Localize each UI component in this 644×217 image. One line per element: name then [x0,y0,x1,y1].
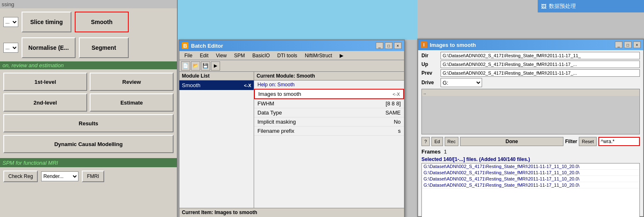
menu-dti[interactable]: DTI tools [274,52,301,59]
prev-row: Prev G:\Dataset\ADNI\002_S_4171\Resting_… [421,69,640,77]
implicit-masking-row[interactable]: Implicit masking No [254,117,404,127]
frames-label: Frames [421,149,441,155]
dcm-button[interactable]: Dynamic Causal Modelling [3,135,174,153]
chinese-title-icon: 🖼 [541,3,546,10]
maximize-button[interactable]: □ [385,42,392,49]
menu-file[interactable]: File [181,52,196,59]
menu-view[interactable]: View [213,52,230,59]
first-level-button[interactable]: 1st-level [3,73,87,91]
prefix-label: Filename prefix [257,128,294,134]
reset-btn[interactable]: Reset [579,137,597,146]
drive-row: Drive G: [421,78,640,87]
review-button[interactable]: Review [90,73,174,91]
images-window-icon: I [421,41,427,48]
chinese-window-title: 🖼 数据预处理 [538,0,644,12]
section-label: on, review and estimation [0,61,177,69]
images-bottom-toolbar: ? Ed Rec Done Filter Reset [421,136,640,147]
menu-arrow[interactable]: ▶ [336,52,347,59]
prev-label: Prev [421,70,438,76]
batch-editor-toolbar: 📄 📂 💾 ▶ [179,60,404,72]
slice-timing-button[interactable]: Slice timing [22,12,71,32]
module-smooth[interactable]: Smooth <-X [179,80,254,90]
current-module: Current Module: Smooth Help on: Smooth I… [254,72,404,208]
file-entry-3[interactable]: G:\Dataset\ADNI\002_S_4171\Resting_State… [422,182,639,188]
second-level-button[interactable]: 2nd-level [3,93,87,112]
file-entry-2[interactable]: G:\Dataset\ADNI\002_S_4171\Resting_State… [422,176,639,182]
file-entry-0[interactable]: G:\Dataset\ADNI\002_S_4171\Resting_State… [422,163,639,170]
module-list-header: Module List [179,72,254,80]
dotdot-item[interactable]: .. [422,89,639,96]
save-file-icon[interactable]: 💾 [201,61,210,71]
batch-body: Module List Smooth <-X Current Module: S… [179,72,404,208]
images-window-controls: _ □ × [615,41,641,48]
filter-label: Filter [565,139,577,144]
menu-edit[interactable]: Edit [196,52,212,59]
drive-select[interactable]: G: [441,78,482,87]
minimize-button[interactable]: _ [376,42,383,49]
done-btn[interactable]: Done [460,137,563,146]
toolbar-row-2: ... Normalise (E... Segment [0,36,177,60]
current-module-header: Current Module: Smooth [254,72,404,80]
check-reg-button[interactable]: Check Reg [3,171,38,182]
batch-editor-titlebar: B Batch Editor _ □ × [179,40,404,51]
drive-label: Drive [421,80,438,85]
background-sky [178,0,417,39]
fmri-button[interactable]: FMRI [82,171,104,182]
left-panel: ssing ... Slice timing Smooth ... Normal… [0,0,178,217]
batch-editor-title: Batch Editor [191,43,223,49]
question-btn[interactable]: ? [421,137,430,146]
selected-info: Selected 140/[1-...] files. (Added 140/1… [421,156,640,162]
smooth-button[interactable]: Smooth [75,12,129,32]
menu-spm[interactable]: SPM [231,52,248,59]
results-button[interactable]: Results [3,114,174,132]
fwhm-row[interactable]: FWHM [8 8 8] [254,99,404,108]
data-type-row[interactable]: Data Type SAME [254,108,404,117]
normalise-button[interactable]: Normalise (E... [22,37,76,58]
panel-top-label: ssing [0,0,177,8]
new-file-icon[interactable]: 📄 [181,61,190,71]
batch-editor-menubar: File Edit View SPM BasicIO DTI tools Nif… [179,51,404,60]
current-item-section: Current Item: Images to smooth [179,208,404,217]
fwhm-value: [8 8 8] [386,100,401,107]
frames-value: 1 [444,149,447,155]
render-dropdown[interactable]: Render... [41,171,78,181]
images-label: Images to smooth [258,91,301,97]
menu-nifti[interactable]: NiftiMrStruct [301,52,335,59]
file-list-area: .. [421,89,640,134]
segment-button[interactable]: Segment [79,37,129,58]
images-titlebar: I Images to smooth _ □ × [418,39,643,50]
module-list: Module List Smooth <-X [179,72,254,208]
frames-row: Frames 1 [421,149,640,155]
file-entry-1[interactable]: G:\Dataset\ADNI\002_S_4171\Resting_State… [422,170,639,176]
close-button[interactable]: × [394,42,402,49]
prefix-value: s [398,128,401,134]
images-body: Dir G:\Dataset\ADNI\002_S_4171\Resting_S… [418,50,643,217]
up-value: G:\Dataset\ADNI\002_S_4171\Resting_State… [441,61,640,68]
dropdown-2[interactable]: ... [3,43,18,53]
implicit-value: No [394,119,401,125]
fwhm-label: FWHM [257,100,274,107]
prev-value: G:\Dataset\ADNI\002_S_4171\Resting_State… [441,69,640,77]
up-label: Up [421,61,438,67]
images-to-smooth-row[interactable]: Images to smooth <-X [254,89,404,99]
menu-basicio[interactable]: BasicIO [249,52,273,59]
module-remove-btn: <-X [244,83,251,88]
help-link[interactable]: Help on: Smooth [254,80,404,89]
images-to-smooth-window: I Images to smooth _ □ × Dir G:\Dataset\… [417,39,644,217]
filter-input[interactable] [598,137,640,146]
ed-btn[interactable]: Ed [431,137,443,146]
estimate-button[interactable]: Estimate [90,93,174,112]
buttons-grid: 1st-level Review 2nd-level Estimate Resu… [0,69,177,156]
implicit-label: Implicit masking [257,119,296,125]
images-minimize-btn[interactable]: _ [615,41,622,48]
images-maximize-btn[interactable]: □ [624,41,632,48]
run-icon[interactable]: ▶ [211,61,220,71]
bottom-row: Check Reg Render... FMRI [0,167,177,185]
rec-btn[interactable]: Rec [445,137,459,146]
filename-prefix-row[interactable]: Filename prefix s [254,127,404,136]
toolbar-row-1: ... Slice timing Smooth [0,8,177,36]
images-close-btn[interactable]: × [633,41,641,48]
batch-editor-window: B Batch Editor _ □ × File Edit View SPM … [179,39,405,217]
dropdown-1[interactable]: ... [3,17,18,27]
open-file-icon[interactable]: 📂 [191,61,200,71]
